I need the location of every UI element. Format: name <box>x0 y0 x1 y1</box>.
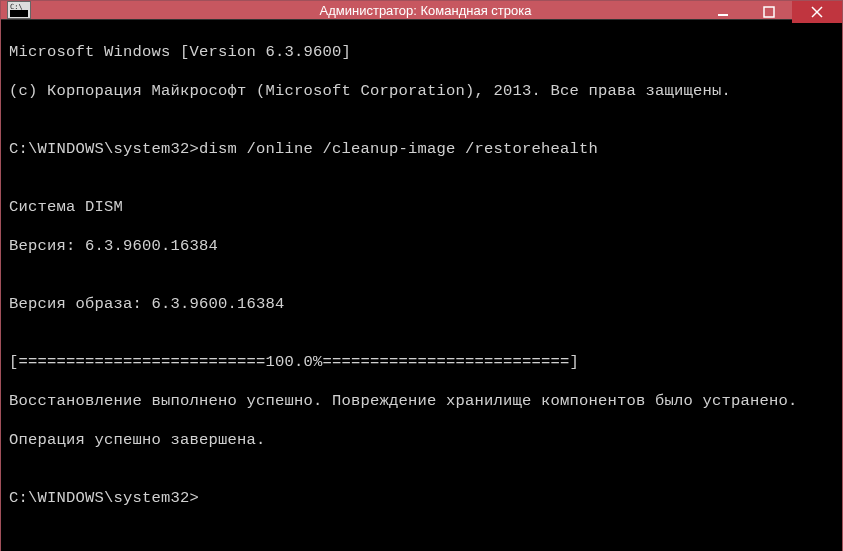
console-line: (c) Корпорация Майкрософт (Microsoft Cor… <box>9 82 834 101</box>
console-line: Восстановление выполнено успешно. Повреж… <box>9 392 834 411</box>
maximize-button[interactable] <box>746 1 792 23</box>
titlebar[interactable]: Администратор: Командная строка <box>1 1 842 19</box>
console-line: Операция успешно завершена. <box>9 431 834 450</box>
minimize-button[interactable] <box>700 1 746 23</box>
maximize-icon <box>763 6 775 18</box>
minimize-icon <box>717 6 729 18</box>
cmd-icon <box>7 1 31 19</box>
console-prompt: C:\WINDOWS\system32> <box>9 489 834 508</box>
close-button[interactable] <box>792 1 842 23</box>
console-line: Microsoft Windows [Version 6.3.9600] <box>9 43 834 62</box>
console-prompt-line: C:\WINDOWS\system32>dism /online /cleanu… <box>9 140 834 159</box>
svg-rect-0 <box>718 14 728 16</box>
window-buttons <box>700 1 842 23</box>
svg-rect-1 <box>764 7 774 17</box>
command-prompt-window: Администратор: Командная строка Microsof… <box>0 0 843 551</box>
console-line: Версия образа: 6.3.9600.16384 <box>9 295 834 314</box>
console-line: Cистема DISM <box>9 198 834 217</box>
console-output[interactable]: Microsoft Windows [Version 6.3.9600] (c)… <box>1 19 842 551</box>
close-icon <box>811 6 823 18</box>
console-progress: [==========================100.0%=======… <box>9 353 834 372</box>
console-line: Версия: 6.3.9600.16384 <box>9 237 834 256</box>
